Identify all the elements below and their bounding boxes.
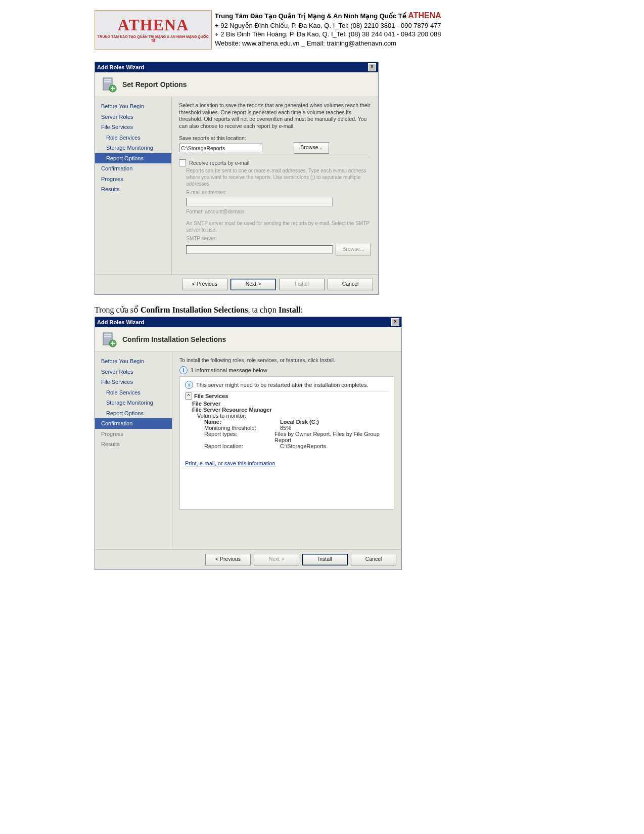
document-header: ATHENA TRUNG TÂM ĐÀO TẠO QUẢN TRỊ MẠNG &…: [95, 10, 549, 50]
sidebar-item-role-services[interactable]: Role Services: [95, 387, 172, 398]
sidebar-item-confirmation[interactable]: Confirmation: [95, 163, 171, 174]
restart-warning: This server might need to be restarted a…: [196, 382, 369, 388]
sidebar-item-before-you-begin[interactable]: Before You Begin: [95, 101, 171, 112]
next-button[interactable]: Next >: [231, 279, 276, 290]
smtp-input: [186, 245, 333, 254]
cancel-button[interactable]: Cancel: [351, 554, 396, 565]
confirm-description: To install the following roles, role ser…: [179, 357, 394, 364]
save-location-input[interactable]: C:\StorageReports: [179, 144, 262, 152]
instruction-text: Trong cửa sổ Confirm Installation Select…: [95, 305, 549, 315]
org-title: Trung Tâm Đào Tạo Quản Trị Mạng & An Nin…: [215, 10, 441, 21]
fsrm-label: File Server Resource Manager: [192, 407, 272, 413]
sidebar-item-report-options[interactable]: Report Options: [95, 408, 172, 419]
sidebar-item-file-services[interactable]: File Services: [95, 377, 172, 387]
info-icon: i: [185, 381, 193, 389]
detail-value: Files by Owner Report, Files by File Gro…: [274, 431, 389, 443]
wizard-sidebar: Before You BeginServer RolesFile Service…: [95, 352, 172, 549]
detail-value: C:\StorageReports: [280, 443, 326, 449]
email-addresses-label: E-mail addresses:: [186, 189, 371, 196]
smtp-desc: An SMTP server must be used for sending …: [186, 220, 371, 233]
install-button: Install: [279, 279, 325, 290]
svg-rect-8: [104, 336, 111, 337]
page-title: Set Report Options: [122, 80, 187, 89]
titlebar: Add Roles Wizard ×: [95, 62, 378, 72]
detail-key: Report types:: [204, 431, 274, 443]
previous-button[interactable]: < Previous: [205, 554, 251, 565]
svg-rect-11: [111, 343, 115, 344]
sidebar-item-server-roles[interactable]: Server Roles: [95, 112, 171, 122]
detail-row: Report types:Files by Owner Report, File…: [204, 431, 389, 443]
wizard-header: Set Report Options: [95, 72, 378, 97]
server-icon: [101, 76, 117, 93]
sidebar-item-storage-monitoring[interactable]: Storage Monitoring: [95, 143, 171, 153]
receive-email-checkbox[interactable]: [179, 159, 186, 166]
wizard-header: Confirm Installation Selections: [95, 327, 401, 352]
email-input: [186, 198, 333, 206]
detail-value: 85%: [280, 425, 291, 431]
close-icon[interactable]: ×: [368, 63, 376, 71]
sidebar-item-progress[interactable]: Progress: [95, 174, 171, 185]
detail-value: Local Disk (C:): [280, 419, 319, 425]
confirmation-panel: i This server might need to be restarted…: [179, 376, 394, 510]
logo-tagline: TRUNG TÂM ĐÀO TẠO QUẢN TRỊ MẠNG & AN NIN…: [97, 35, 209, 43]
details-table: File Server File Server Resource Manager…: [192, 401, 389, 449]
wizard-content: To install the following roles, role ser…: [172, 352, 401, 549]
collapse-icon[interactable]: ^: [185, 392, 192, 400]
sidebar-item-before-you-begin[interactable]: Before You Begin: [95, 356, 172, 367]
address-line-2: + 2 Bis Đinh Tiên Hoàng, P. Đa Kao, Q. I…: [215, 30, 441, 39]
svg-rect-7: [104, 334, 111, 335]
receive-email-label: Receive reports by e-mail: [189, 160, 249, 166]
smtp-browse-button: Browse...: [336, 244, 371, 255]
format-hint: Format: account@domain: [186, 208, 371, 215]
contact-line: Website: www.athena.edu.vn _ Email: trai…: [215, 39, 441, 48]
detail-row: Monitoring threshold:85%: [204, 425, 389, 431]
sidebar-item-storage-monitoring[interactable]: Storage Monitoring: [95, 398, 172, 408]
wizard-footer: < Previous Next > Install Cancel: [95, 274, 378, 294]
window-title: Add Roles Wizard: [97, 64, 144, 70]
print-email-save-link[interactable]: Print, e-mail, or save this information: [185, 460, 275, 466]
next-button: Next >: [254, 554, 299, 565]
sidebar-item-file-services[interactable]: File Services: [95, 122, 171, 133]
svg-rect-2: [104, 81, 111, 82]
wizard-footer: < Previous Next > Install Cancel: [95, 549, 401, 569]
file-server-label: File Server: [192, 401, 220, 407]
install-button[interactable]: Install: [302, 554, 348, 565]
detail-key: Report location:: [204, 443, 280, 449]
email-section-disabled: Reports can be sent to one or more e-mai…: [179, 167, 371, 255]
detail-row: Name:Local Disk (C:): [204, 419, 389, 425]
browse-button[interactable]: Browse...: [294, 142, 329, 154]
cancel-button[interactable]: Cancel: [328, 279, 373, 290]
detail-key: Monitoring threshold:: [204, 425, 280, 431]
wizard-set-report-options: Add Roles Wizard × Set Report Options Be…: [95, 62, 379, 295]
sidebar-item-results[interactable]: Results: [95, 184, 171, 195]
detail-key: Name:: [204, 419, 280, 425]
volumes-label: Volumes to monitor:: [197, 413, 246, 419]
detail-row: Report location:C:\StorageReports: [204, 443, 389, 449]
logo-title: ATHENA: [118, 17, 189, 33]
sidebar-item-server-roles[interactable]: Server Roles: [95, 367, 172, 377]
sidebar-item-confirmation[interactable]: Confirmation: [95, 418, 172, 429]
window-title: Add Roles Wizard: [97, 319, 144, 325]
svg-rect-1: [104, 79, 111, 80]
email-desc: Reports can be sent to one or more e-mai…: [186, 167, 371, 187]
sidebar-item-report-options[interactable]: Report Options: [95, 153, 171, 164]
role-group-title: File Services: [194, 393, 228, 399]
sidebar-item-role-services[interactable]: Role Services: [95, 133, 171, 143]
close-icon[interactable]: ×: [391, 318, 399, 326]
previous-button[interactable]: < Previous: [182, 279, 227, 290]
svg-rect-5: [111, 88, 115, 89]
sidebar-item-results[interactable]: Results: [95, 439, 172, 450]
athena-logo: ATHENA TRUNG TÂM ĐÀO TẠO QUẢN TRỊ MẠNG &…: [95, 10, 212, 50]
smtp-label: SMTP server:: [186, 235, 371, 242]
wizard-confirm-installation: Add Roles Wizard × Confirm Installation …: [95, 317, 402, 570]
info-msg-count: 1 informational message below: [191, 367, 267, 373]
save-location-label: Save reports at this location:: [179, 135, 371, 141]
org-info: Trung Tâm Đào Tạo Quản Trị Mạng & An Nin…: [215, 10, 441, 48]
wizard-sidebar: Before You BeginServer RolesFile Service…: [95, 97, 172, 274]
address-line-1: + 92 Nguyễn Đình Chiểu, P. Đa Kao, Q. I_…: [215, 21, 441, 30]
server-icon: [101, 331, 117, 347]
titlebar: Add Roles Wizard ×: [95, 317, 401, 327]
sidebar-item-progress[interactable]: Progress: [95, 429, 172, 440]
wizard-content: Select a location to save the reports th…: [172, 97, 378, 274]
info-icon: i: [179, 366, 188, 374]
